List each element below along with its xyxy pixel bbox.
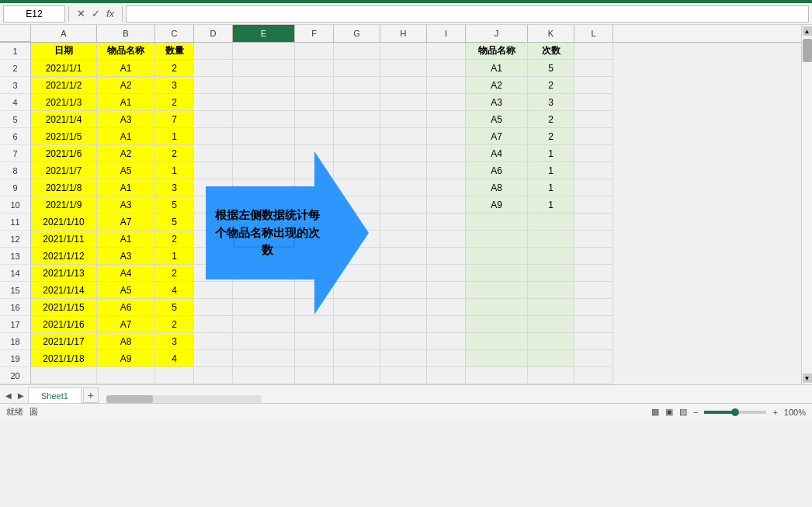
- row-header-2[interactable]: 2: [0, 60, 31, 77]
- cell-l1[interactable]: [574, 43, 613, 60]
- cell-b14[interactable]: A4: [97, 265, 155, 282]
- cell-c14[interactable]: 2: [155, 265, 194, 282]
- row-header-9[interactable]: 9: [0, 179, 31, 196]
- cell-k1[interactable]: 次数: [528, 43, 574, 60]
- cell-l9[interactable]: [574, 179, 613, 196]
- cell-j7[interactable]: A4: [466, 145, 528, 162]
- row-header-12[interactable]: 12: [0, 231, 31, 248]
- row-header-5[interactable]: 5: [0, 111, 31, 128]
- cell-i20[interactable]: [427, 367, 466, 384]
- cell-k20[interactable]: [528, 367, 574, 384]
- cell-j5[interactable]: A5: [466, 111, 528, 128]
- cell-k6[interactable]: 2: [528, 128, 574, 145]
- cell-d1[interactable]: [194, 43, 233, 60]
- cell-e3[interactable]: [233, 77, 295, 94]
- cell-b1[interactable]: 物品名称: [97, 43, 155, 60]
- cell-b17[interactable]: A7: [97, 316, 155, 333]
- cell-b5[interactable]: A3: [97, 111, 155, 128]
- cell-d2[interactable]: [194, 60, 233, 77]
- cell-c8[interactable]: 1: [155, 162, 194, 179]
- cell-k7[interactable]: 1: [528, 145, 574, 162]
- cell-b15[interactable]: A5: [97, 282, 155, 299]
- cell-c2[interactable]: 2: [155, 60, 194, 77]
- cell-e2[interactable]: [233, 60, 295, 77]
- cell-g4[interactable]: [334, 94, 380, 111]
- cell-j14[interactable]: [466, 265, 528, 282]
- cell-c4[interactable]: 2: [155, 94, 194, 111]
- cell-j9[interactable]: A8: [466, 179, 528, 196]
- cell-k13[interactable]: [528, 248, 574, 265]
- cell-h3[interactable]: [380, 77, 427, 94]
- cell-h16[interactable]: [380, 299, 427, 316]
- cell-h4[interactable]: [380, 94, 427, 111]
- cell-h2[interactable]: [380, 60, 427, 77]
- cell-a20[interactable]: [31, 367, 97, 384]
- cell-i16[interactable]: [427, 299, 466, 316]
- cell-j20[interactable]: [466, 367, 528, 384]
- cell-b11[interactable]: A7: [97, 214, 155, 231]
- cell-c1[interactable]: 数量: [155, 43, 194, 60]
- cell-d4[interactable]: [194, 94, 233, 111]
- cell-i9[interactable]: [427, 179, 466, 196]
- cell-j6[interactable]: A7: [466, 128, 528, 145]
- row-header-11[interactable]: 11: [0, 214, 31, 231]
- cell-i15[interactable]: [427, 282, 466, 299]
- cell-l17[interactable]: [574, 316, 613, 333]
- cell-a17[interactable]: 2021/1/16: [31, 316, 97, 333]
- cell-j4[interactable]: A3: [466, 94, 528, 111]
- cancel-icon[interactable]: ✕: [77, 8, 85, 19]
- cell-b8[interactable]: A5: [97, 162, 155, 179]
- cell-e1[interactable]: [233, 43, 295, 60]
- cell-k18[interactable]: [528, 333, 574, 350]
- normal-view-icon[interactable]: ▦: [651, 407, 659, 417]
- cell-h14[interactable]: [380, 265, 427, 282]
- page-break-icon[interactable]: ▤: [679, 407, 687, 417]
- cell-d3[interactable]: [194, 77, 233, 94]
- cell-b4[interactable]: A1: [97, 94, 155, 111]
- cell-c9[interactable]: 3: [155, 179, 194, 196]
- cell-f4[interactable]: [295, 94, 334, 111]
- cell-l7[interactable]: [574, 145, 613, 162]
- cell-j2[interactable]: A1: [466, 60, 528, 77]
- cell-f2[interactable]: [295, 60, 334, 77]
- cell-c20[interactable]: [155, 367, 194, 384]
- scroll-up-btn[interactable]: ▲: [803, 26, 812, 36]
- cell-j3[interactable]: A2: [466, 77, 528, 94]
- cell-a3[interactable]: 2021/1/2: [31, 77, 97, 94]
- cell-h12[interactable]: [380, 231, 427, 248]
- formula-input[interactable]: [126, 5, 809, 23]
- cell-k15[interactable]: [528, 282, 574, 299]
- cell-h18[interactable]: [380, 333, 427, 350]
- row-header-17[interactable]: 17: [0, 316, 31, 333]
- row-header-4[interactable]: 4: [0, 94, 31, 111]
- cell-a4[interactable]: 2021/1/3: [31, 94, 97, 111]
- cell-a16[interactable]: 2021/1/15: [31, 299, 97, 316]
- cell-g1[interactable]: [334, 43, 380, 60]
- cell-j13[interactable]: [466, 248, 528, 265]
- cell-h17[interactable]: [380, 316, 427, 333]
- cell-a14[interactable]: 2021/1/13: [31, 265, 97, 282]
- col-header-i[interactable]: I: [427, 25, 466, 42]
- row-header-14[interactable]: 14: [0, 265, 31, 282]
- scroll-down-btn[interactable]: ▼: [803, 373, 812, 383]
- row-header-13[interactable]: 13: [0, 248, 31, 265]
- col-header-l[interactable]: L: [574, 25, 613, 42]
- zoom-in-btn[interactable]: +: [772, 408, 777, 417]
- cell-h11[interactable]: [380, 214, 427, 231]
- cell-l15[interactable]: [574, 282, 613, 299]
- row-header-6[interactable]: 6: [0, 128, 31, 145]
- cell-b18[interactable]: A8: [97, 333, 155, 350]
- cell-l2[interactable]: [574, 60, 613, 77]
- cell-d20[interactable]: [194, 367, 233, 384]
- scroll-tabs-right[interactable]: ▶: [16, 387, 26, 403]
- cell-l20[interactable]: [574, 367, 613, 384]
- cell-a15[interactable]: 2021/1/14: [31, 282, 97, 299]
- cell-k4[interactable]: 3: [528, 94, 574, 111]
- cell-b9[interactable]: A1: [97, 179, 155, 196]
- cell-i4[interactable]: [427, 94, 466, 111]
- col-header-h[interactable]: H: [380, 25, 427, 42]
- cell-h6[interactable]: [380, 128, 427, 145]
- cell-l18[interactable]: [574, 333, 613, 350]
- cell-j17[interactable]: [466, 316, 528, 333]
- cell-i17[interactable]: [427, 316, 466, 333]
